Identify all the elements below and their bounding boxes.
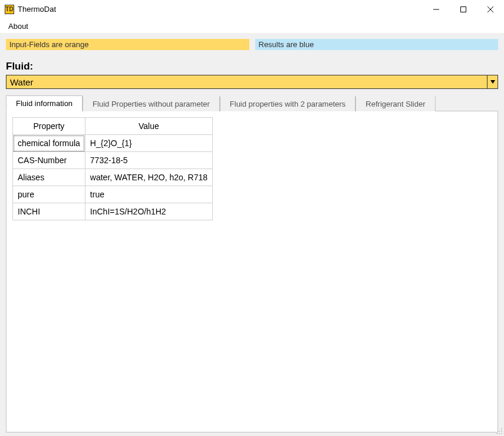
titlebar: TD ThermoDat [0,0,504,19]
maximize-button[interactable] [450,0,477,19]
fluid-select-value: Water [10,77,487,87]
client-area: Input-Fields are orange Results are blue… [0,33,504,436]
legend-results-blue: Results are blue [255,39,499,50]
cell-value[interactable]: H_{2}O_{1} [85,135,212,152]
fluid-dropdown-arrow[interactable] [487,75,498,88]
tab-fluid-properties-no-param[interactable]: Fluid Properties without parameter [83,96,220,111]
minimize-icon [433,6,439,12]
tab-panel-fluid-information: Property Value chemical formula H_{2}O_{… [6,111,498,432]
table-row: INCHI InChI=1S/H2O/h1H2 [13,203,213,220]
tab-fluid-properties-2-param[interactable]: Fluid properties with 2 parameters [220,96,356,111]
svg-point-8 [496,433,498,434]
svg-point-7 [501,431,502,432]
window-controls [423,0,504,19]
maximize-icon [460,6,466,12]
legend-input-orange: Input-Fields are orange [6,39,249,50]
minimize-button[interactable] [423,0,450,19]
chevron-down-icon [490,80,495,84]
table-row: chemical formula H_{2}O_{1} [13,135,213,152]
fluid-select[interactable]: Water [6,75,498,89]
svg-point-10 [501,433,502,434]
cell-property[interactable]: CAS-Number [13,152,85,169]
cell-value[interactable]: water, WATER, H2O, h2o, R718 [85,169,212,186]
menu-about[interactable]: About [5,21,32,32]
legend-row: Input-Fields are orange Results are blue [6,39,498,50]
cell-property[interactable]: chemical formula [13,135,85,152]
menubar: About [0,19,504,33]
cell-property[interactable]: Aliases [13,169,85,186]
cell-value[interactable]: InChI=1S/H2O/h1H2 [85,203,212,220]
close-icon [487,6,493,12]
tabs: Fluid information Fluid Properties witho… [6,95,498,432]
fluid-label: Fluid: [6,61,498,72]
col-header-value: Value [85,118,212,135]
window-title: ThermoDat [18,5,56,14]
table-row: pure true [13,186,213,203]
svg-rect-1 [461,6,466,12]
cell-value[interactable]: true [85,186,212,203]
tab-refrigerant-slider[interactable]: Refrigerant Slider [355,96,435,111]
col-header-property: Property [13,118,85,135]
svg-marker-4 [490,80,495,84]
app-icon: TD [5,5,14,14]
fluid-info-table: Property Value chemical formula H_{2}O_{… [12,117,213,220]
cell-property[interactable]: pure [13,186,85,203]
tab-fluid-information[interactable]: Fluid information [6,95,83,111]
cell-value[interactable]: 7732-18-5 [85,152,212,169]
cell-property[interactable]: INCHI [13,203,85,220]
table-row: Aliases water, WATER, H2O, h2o, R718 [13,169,213,186]
svg-point-9 [499,433,500,434]
svg-point-6 [499,431,500,432]
tab-strip: Fluid information Fluid Properties witho… [6,95,498,111]
svg-point-5 [501,428,502,430]
resize-grip-icon[interactable] [495,427,503,435]
close-button[interactable] [477,0,504,19]
table-row: CAS-Number 7732-18-5 [13,152,213,169]
